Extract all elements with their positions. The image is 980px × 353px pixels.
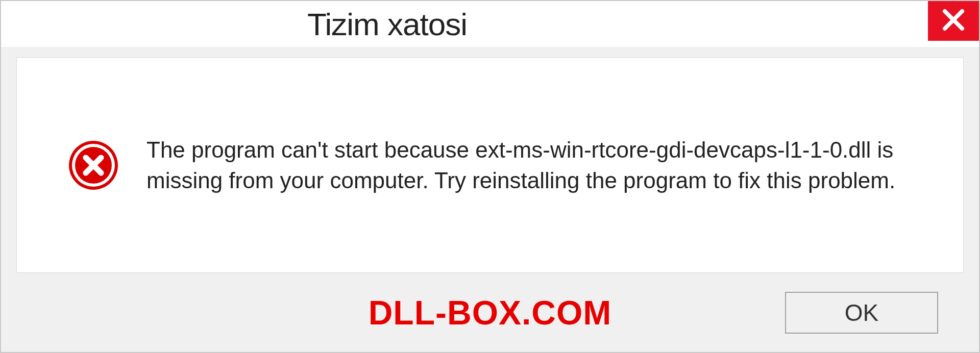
ok-button[interactable]: OK (785, 292, 938, 334)
error-icon (68, 140, 119, 191)
close-button[interactable] (928, 1, 979, 41)
close-icon (942, 8, 965, 34)
message-panel: The program can't start because ext-ms-w… (16, 57, 964, 273)
watermark-text: DLL-BOX.COM (369, 293, 612, 332)
dialog-footer: DLL-BOX.COM OK (16, 273, 964, 352)
dialog-title: Tizim xatosi (307, 6, 467, 42)
content-area: The program can't start because ext-ms-w… (1, 47, 979, 352)
titlebar: Tizim xatosi (1, 1, 979, 47)
error-dialog: Tizim xatosi The program can't (0, 0, 980, 353)
error-message: The program can't start because ext-ms-w… (146, 135, 933, 195)
